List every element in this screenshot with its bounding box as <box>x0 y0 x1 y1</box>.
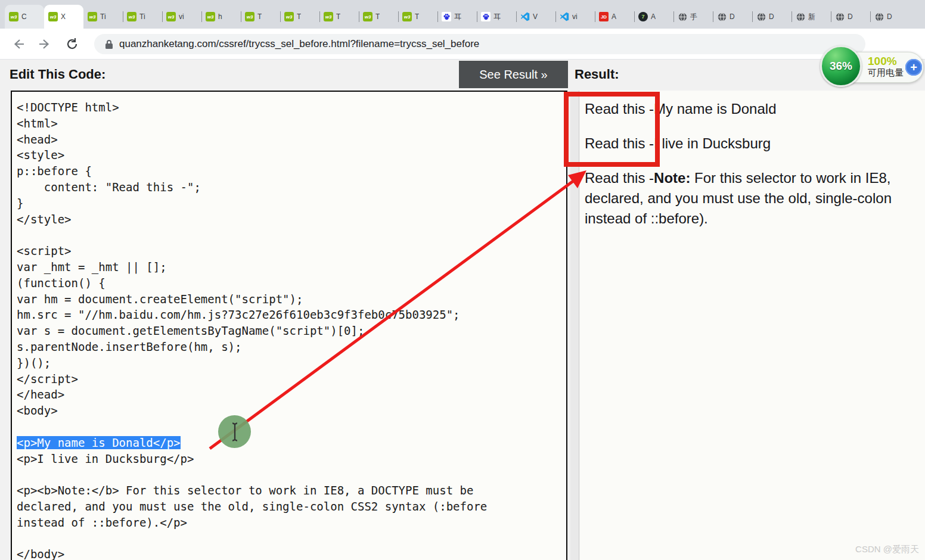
tab-21[interactable]: D <box>831 5 870 29</box>
code-line: </script> <box>17 371 564 387</box>
globe-icon <box>796 12 805 21</box>
code-line: <p>I live in Ducksburg</p> <box>17 451 564 467</box>
tab-label: h <box>218 13 222 21</box>
w3-icon: w3 <box>284 12 294 21</box>
tab-17[interactable]: 手 <box>673 5 713 29</box>
code-line: })(); <box>17 355 564 371</box>
tab-4[interactable]: w3vi <box>162 5 201 29</box>
tab-11[interactable]: 耳 <box>437 5 477 29</box>
selected-code-text: <p>My name is Donald</p> <box>17 436 181 449</box>
code-line: </head> <box>17 387 564 403</box>
tab-3[interactable]: w3Ti <box>123 5 162 29</box>
w3-icon: w3 <box>206 12 215 21</box>
tab-5[interactable]: w3h <box>201 5 241 29</box>
code-line: var _hmt = _hmt || []; <box>17 259 564 275</box>
edit-code-title: Edit This Code: <box>10 67 105 82</box>
tab-label: 耳 <box>493 12 501 22</box>
code-line: </body> <box>17 546 564 560</box>
battery-widget[interactable]: 36% 100% 可用电量 + <box>820 45 925 89</box>
tab-label: Ti <box>100 13 106 21</box>
url-text: quanzhanketang.com/cssref/trycss_sel_bef… <box>119 38 479 50</box>
result-paragraph: Read this -My name is Donald <box>585 99 925 119</box>
code-line: hm.src = "//hm.baidu.com/hm.js?73c27e26f… <box>17 307 564 323</box>
code-line: <!DOCTYPE html> <box>17 99 564 116</box>
code-line <box>17 419 564 435</box>
tab-label: A <box>612 13 616 21</box>
tab-label: D <box>887 13 892 21</box>
tab-20[interactable]: 新 <box>791 5 831 29</box>
battery-percent-ball[interactable]: 36% <box>820 45 862 87</box>
w3-icon: w3 <box>324 12 333 21</box>
reload-button[interactable] <box>63 35 81 53</box>
tab-2[interactable]: w3Ti <box>83 5 123 29</box>
baidu-paw-icon <box>481 12 491 21</box>
result-line: Read this -My name is Donald <box>585 99 925 119</box>
w3-icon: w3 <box>48 12 58 21</box>
tab-label: T <box>257 13 262 21</box>
code-line: <p><b>Note:</b> For this selector to wor… <box>17 483 564 499</box>
tab-label: 耳 <box>454 12 461 22</box>
code-editor-textarea[interactable]: <!DOCTYPE html><html><head><style>p::bef… <box>11 91 567 560</box>
w3-icon: w3 <box>9 12 18 21</box>
see-result-button[interactable]: See Result » <box>459 61 568 88</box>
tab-9[interactable]: w3T <box>359 5 398 29</box>
tab-19[interactable]: D <box>752 5 791 29</box>
tab-0[interactable]: w3C <box>5 5 44 29</box>
tab-label: D <box>769 13 774 21</box>
globe-icon <box>678 12 687 21</box>
back-button[interactable] <box>10 35 27 53</box>
tab-label: 新 <box>808 12 815 22</box>
code-line: var hm = document.createElement("script"… <box>17 291 564 307</box>
vscode-icon <box>560 12 569 21</box>
code-line: <head> <box>17 132 564 148</box>
tab-label: A <box>651 13 656 21</box>
tab-label: X <box>61 13 66 21</box>
tab-13[interactable]: V <box>516 5 555 29</box>
result-paragraph: Read this -Note: For this selector to wo… <box>585 168 925 229</box>
tab-strip: w3Cw3Xw3Tiw3Tiw3viw3hw3Tw3Tw3Tw3Tw3T耳耳Vv… <box>0 0 925 29</box>
result-scrollbar[interactable] <box>570 91 579 560</box>
code-line: (function() { <box>17 275 564 291</box>
tab-7[interactable]: w3T <box>280 5 319 29</box>
browser-toolbar: quanzhanketang.com/cssref/trycss_sel_bef… <box>0 29 925 60</box>
tab-label: V <box>533 13 538 21</box>
battery-add-button[interactable]: + <box>905 59 922 76</box>
tab-18[interactable]: D <box>713 5 752 29</box>
code-line: <html> <box>17 116 564 132</box>
code-line: <p>My name is Donald</p> <box>17 435 564 451</box>
w3-icon: w3 <box>166 12 176 21</box>
tab-14[interactable]: vi <box>555 5 595 29</box>
jd-icon: JD <box>599 12 609 21</box>
tab-label: D <box>848 13 853 21</box>
code-line <box>17 466 564 483</box>
address-bar[interactable]: quanzhanketang.com/cssref/trycss_sel_bef… <box>94 34 865 54</box>
tab-12[interactable]: 耳 <box>477 5 516 29</box>
page-content: Edit This Code: See Result » Result: <!D… <box>0 60 925 560</box>
tab-10[interactable]: w3T <box>398 5 437 29</box>
vscode-icon <box>520 12 530 21</box>
tab-label: C <box>21 13 27 21</box>
code-line: declared, and you must use the old, sing… <box>17 499 564 515</box>
watermark: CSDN @爱雨天 <box>855 544 919 555</box>
w3-icon: w3 <box>245 12 254 21</box>
tab-label: T <box>336 13 340 21</box>
tab-15[interactable]: JDA <box>595 5 634 29</box>
reload-icon <box>65 37 79 51</box>
tab-8[interactable]: w3T <box>319 5 359 29</box>
battery-available-percent: 100% <box>868 55 897 68</box>
code-line <box>17 227 564 243</box>
w3-icon: w3 <box>363 12 373 21</box>
tab-22[interactable]: D <box>870 5 910 29</box>
code-line: <script> <box>17 243 564 259</box>
battery-percent: 36% <box>830 60 852 73</box>
forward-arrow-icon <box>38 37 52 51</box>
dark-v-icon: 7 <box>638 12 648 21</box>
tab-16[interactable]: 7A <box>634 5 673 29</box>
globe-icon <box>756 12 766 21</box>
tab-1[interactable]: w3X <box>44 5 83 29</box>
forward-button[interactable] <box>36 35 54 53</box>
back-arrow-icon <box>11 37 26 51</box>
tab-6[interactable]: w3T <box>241 5 280 29</box>
tab-label: T <box>415 13 419 21</box>
code-line: content: "Read this -"; <box>17 179 564 195</box>
